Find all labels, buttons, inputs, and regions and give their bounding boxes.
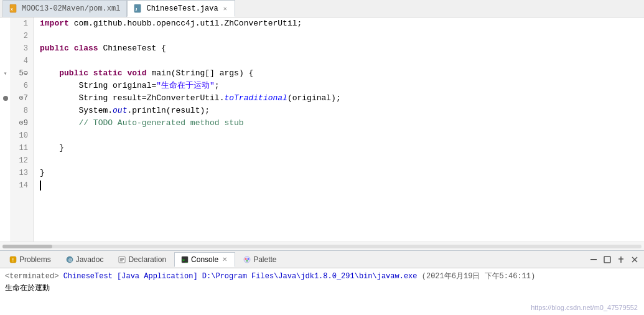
svg-point-17: [246, 260, 248, 261]
tab-pom-label: MOOC13-02Maven/pom.xml: [22, 4, 120, 13]
code-line-6: String original="生命在于运动";: [40, 80, 644, 92]
tab-problems-label: Problems: [19, 255, 51, 264]
console-terminated-line: <terminated> ChineseTest [Java Applicati…: [5, 271, 639, 281]
scrollbar-track[interactable]: [2, 245, 642, 248]
xml-file-icon: X: [9, 4, 18, 13]
javadoc-icon: @: [66, 256, 73, 263]
gutter-line-11: [0, 142, 11, 154]
svg-point-15: [245, 258, 247, 260]
gutter-line-5: ▾: [0, 67, 11, 80]
gutter-line-1: [0, 17, 11, 30]
svg-text:>_: >_: [182, 258, 188, 263]
svg-point-16: [248, 258, 250, 260]
console-result-line: 生命在於運動: [5, 283, 639, 293]
tab-declaration[interactable]: Declaration: [111, 252, 173, 267]
tab-chinesetest-label: ChineseTest.java: [146, 4, 218, 13]
editor-area: ▾ 1 2 3 4 5⊖ 6 ⊙7 8 ⊙9 10 11 12 13 14 im…: [0, 17, 644, 242]
gutter-line-14: [0, 179, 11, 192]
tab-pom[interactable]: X MOOC13-02Maven/pom.xml: [2, 0, 127, 17]
code-line-10: [40, 129, 644, 142]
watermark: https://blog.csdn.net/m0_47579552: [531, 304, 638, 311]
gutter-line-2: [0, 30, 11, 42]
tab-palette[interactable]: Palette: [236, 252, 283, 267]
ln-9: ⊙9: [16, 117, 28, 129]
bottom-panel-wrapper: ! Problems @ Javadoc Declaration: [0, 250, 644, 315]
code-line-2: [40, 30, 644, 42]
svg-text:J: J: [135, 7, 138, 12]
ln-14: 14: [16, 179, 28, 192]
ln-11: 11: [16, 142, 28, 154]
svg-text:@: @: [68, 258, 72, 262]
code-line-8: System.out.println(result);: [40, 105, 644, 117]
code-line-7: String result=ZhConverterUtil.toTraditio…: [40, 92, 644, 105]
ln-5: 5⊖: [16, 67, 28, 80]
ln-13: 13: [16, 167, 28, 179]
ln-8: 8: [16, 105, 28, 117]
svg-rect-19: [604, 256, 610, 263]
tab-problems[interactable]: ! Problems: [2, 252, 58, 267]
svg-rect-18: [590, 259, 597, 260]
gutter-line-7: [0, 92, 11, 105]
editor-scrollbar[interactable]: [0, 242, 644, 250]
code-line-5: public static void main(String[] args) {: [40, 67, 644, 80]
cursor: [40, 181, 41, 190]
ln-1: 1: [16, 17, 28, 30]
code-area[interactable]: import com.github.houbb.opencc4j.util.Zh…: [34, 17, 644, 242]
pin-btn[interactable]: [615, 254, 627, 265]
tab-javadoc-label: Javadoc: [76, 255, 104, 264]
tab-javadoc[interactable]: @ Javadoc: [59, 252, 111, 267]
java-file-icon: J: [134, 4, 142, 13]
ln-3: 3: [16, 42, 28, 55]
gutter-line-3: [0, 42, 11, 55]
gutter-line-12: [0, 154, 11, 167]
problems-icon: !: [9, 256, 17, 263]
bottom-toolbar: [284, 254, 644, 265]
line-numbers: 1 2 3 4 5⊖ 6 ⊙7 8 ⊙9 10 11 12 13 14: [11, 17, 34, 242]
gutter-line-10: [0, 129, 11, 142]
ln-7: ⊙7: [16, 92, 28, 105]
code-line-4: [40, 55, 644, 67]
ln-4: 4: [16, 55, 28, 67]
minimize-btn[interactable]: [588, 254, 599, 265]
gutter-line-8: [0, 105, 11, 117]
editor-gutter: ▾: [0, 17, 11, 242]
code-line-1: import com.github.houbb.opencc4j.util.Zh…: [40, 17, 644, 30]
terminated-time: (2021年6月19日 下午5:46:11): [418, 272, 536, 281]
gutter-line-9: [0, 117, 11, 129]
ln-2: 2: [16, 30, 28, 42]
console-tab-close[interactable]: ✕: [221, 255, 228, 263]
terminated-program: ChineseTest [Java Application] D:\Progra…: [63, 272, 418, 281]
ln-10: 10: [16, 129, 28, 142]
close-view-btn[interactable]: [629, 254, 640, 265]
bottom-tabs: ! Problems @ Javadoc Declaration: [0, 251, 644, 268]
palette-icon: [243, 256, 251, 263]
terminated-prefix: <terminated>: [5, 272, 63, 281]
breakpoint-dot-7: [3, 96, 8, 101]
gutter-line-4: [0, 55, 11, 67]
code-line-3: public class ChineseTest {: [40, 42, 644, 55]
ln-6: 6: [16, 80, 28, 92]
gutter-line-6: [0, 80, 11, 92]
tab-chinesetest[interactable]: J ChineseTest.java ✕: [127, 0, 235, 17]
tab-console-label: Console: [191, 255, 218, 264]
ln-12: 12: [16, 154, 28, 167]
tab-close-button[interactable]: ✕: [222, 4, 228, 13]
kw-import: import: [40, 17, 69, 30]
tab-bar: X MOOC13-02Maven/pom.xml J ChineseTest.j…: [0, 0, 644, 17]
scrollbar-thumb[interactable]: [2, 245, 52, 248]
tab-palette-label: Palette: [253, 255, 276, 264]
gutter-line-13: [0, 167, 11, 179]
code-line-9: // TODO Auto-generated method stub: [40, 117, 644, 129]
tab-declaration-label: Declaration: [128, 255, 166, 264]
tab-console[interactable]: >_ Console ✕: [174, 252, 235, 267]
code-line-11: }: [40, 142, 644, 154]
code-line-14: [40, 179, 644, 192]
console-icon: >_: [181, 256, 189, 263]
code-line-13: }: [40, 167, 644, 179]
code-line-12: [40, 154, 644, 167]
svg-text:!: !: [12, 257, 14, 263]
declaration-icon: [118, 256, 126, 263]
svg-text:X: X: [11, 7, 13, 12]
fold-icon-5[interactable]: ▾: [3, 70, 7, 77]
maximize-btn[interactable]: [602, 254, 613, 265]
